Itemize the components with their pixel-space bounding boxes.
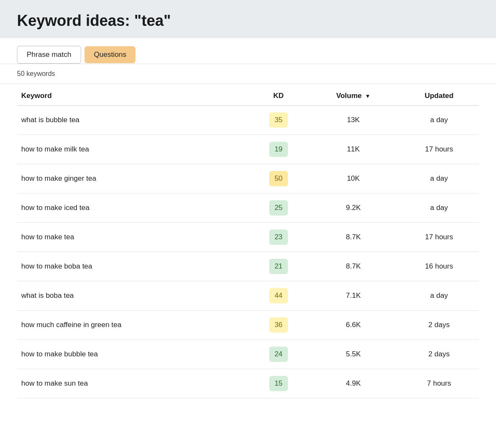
cell-updated: 7 hours [399, 369, 479, 398]
table-row: how to make iced tea259.2Ka day [17, 193, 479, 223]
cell-updated: a day [399, 193, 479, 223]
table-row: how to make tea238.7K17 hours [17, 223, 479, 252]
cell-volume: 13K [307, 106, 399, 135]
kd-badge: 25 [269, 200, 288, 216]
cell-volume: 8.7K [307, 252, 399, 281]
col-header-updated: Updated [399, 84, 479, 106]
cell-kd: 44 [249, 281, 307, 311]
kd-badge: 50 [269, 171, 288, 186]
table-row: how to make sun tea154.9K7 hours [17, 369, 479, 398]
cell-keyword[interactable]: what is bubble tea [17, 106, 249, 135]
cell-updated: 2 days [399, 311, 479, 340]
tab-phrase-match[interactable]: Phrase match [17, 46, 81, 64]
header: Keyword ideas: "tea" [0, 0, 496, 38]
kd-badge: 44 [269, 288, 288, 303]
table-row: how to make milk tea1911K17 hours [17, 135, 479, 164]
table-row: how much caffeine in green tea366.6K2 da… [17, 311, 479, 340]
col-header-kd: KD [249, 84, 307, 106]
cell-keyword[interactable]: how to make ginger tea [17, 164, 249, 193]
cell-volume: 11K [307, 135, 399, 164]
kd-badge: 15 [269, 376, 288, 391]
cell-updated: 17 hours [399, 135, 479, 164]
kd-badge: 24 [269, 347, 288, 362]
tab-questions[interactable]: Questions [85, 46, 136, 63]
cell-updated: 16 hours [399, 252, 479, 281]
table-row: what is boba tea447.1Ka day [17, 281, 479, 311]
volume-label: Volume [336, 92, 362, 100]
kd-badge: 19 [269, 142, 288, 157]
cell-kd: 15 [249, 369, 307, 398]
cell-kd: 50 [249, 164, 307, 193]
cell-updated: a day [399, 164, 479, 193]
cell-kd: 35 [249, 106, 307, 135]
cell-keyword[interactable]: how to make boba tea [17, 252, 249, 281]
cell-updated: 2 days [399, 340, 479, 369]
cell-updated: a day [399, 106, 479, 135]
cell-kd: 19 [249, 135, 307, 164]
cell-updated: a day [399, 281, 479, 311]
cell-kd: 21 [249, 252, 307, 281]
col-header-volume[interactable]: Volume ▼ [307, 84, 399, 106]
cell-kd: 25 [249, 193, 307, 223]
cell-keyword[interactable]: how much caffeine in green tea [17, 311, 249, 340]
cell-volume: 7.1K [307, 281, 399, 311]
table-row: how to make ginger tea5010Ka day [17, 164, 479, 193]
kd-badge: 21 [269, 259, 288, 274]
keywords-table: Keyword KD Volume ▼ Updated what is bubb… [17, 84, 479, 398]
cell-volume: 4.9K [307, 369, 399, 398]
tabs-row: Phrase match Questions [17, 46, 479, 64]
cell-kd: 23 [249, 223, 307, 252]
tabs-section: Phrase match Questions [0, 38, 496, 64]
cell-volume: 9.2K [307, 193, 399, 223]
cell-volume: 10K [307, 164, 399, 193]
cell-volume: 8.7K [307, 223, 399, 252]
cell-volume: 6.6K [307, 311, 399, 340]
cell-keyword[interactable]: how to make bubble tea [17, 340, 249, 369]
table-row: how to make boba tea218.7K16 hours [17, 252, 479, 281]
kd-badge: 36 [269, 317, 288, 333]
sort-arrow-icon: ▼ [365, 93, 371, 99]
table-section: Keyword KD Volume ▼ Updated what is bubb… [0, 84, 496, 398]
cell-keyword[interactable]: how to make sun tea [17, 369, 249, 398]
cell-kd: 24 [249, 340, 307, 369]
page-title: Keyword ideas: "tea" [17, 12, 479, 30]
table-row: what is bubble tea3513Ka day [17, 106, 479, 135]
cell-keyword[interactable]: how to make milk tea [17, 135, 249, 164]
kd-badge: 23 [269, 230, 288, 245]
cell-updated: 17 hours [399, 223, 479, 252]
cell-keyword[interactable]: how to make iced tea [17, 193, 249, 223]
keywords-count: 50 keywords [0, 64, 496, 84]
cell-kd: 36 [249, 311, 307, 340]
cell-keyword[interactable]: what is boba tea [17, 281, 249, 311]
col-header-keyword: Keyword [17, 84, 249, 106]
kd-badge: 35 [269, 112, 288, 128]
table-row: how to make bubble tea245.5K2 days [17, 340, 479, 369]
cell-volume: 5.5K [307, 340, 399, 369]
cell-keyword[interactable]: how to make tea [17, 223, 249, 252]
